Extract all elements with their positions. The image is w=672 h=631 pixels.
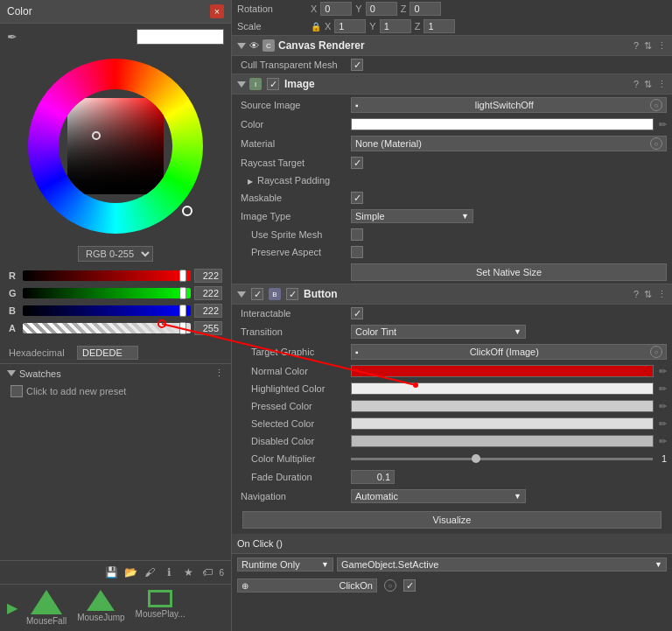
load-icon[interactable]: 📂: [122, 564, 138, 580]
disabled-color-swatch[interactable]: [351, 435, 654, 447]
normal-color-edit-icon[interactable]: ✏: [659, 366, 667, 377]
close-button[interactable]: ×: [210, 4, 224, 18]
use-sprite-mesh-label: Use Sprite Mesh: [237, 229, 351, 240]
highlighted-color-value: ✏: [351, 382, 667, 395]
maskable-checkbox[interactable]: [351, 192, 363, 204]
color-multiplier-value: 1: [351, 453, 667, 464]
button-question-icon[interactable]: ?: [634, 289, 639, 299]
preserve-aspect-checkbox[interactable]: [351, 246, 363, 258]
a-value[interactable]: [194, 321, 222, 335]
method-dropdown[interactable]: GameObject.SetActive ▼: [337, 557, 667, 571]
canvas-renderer-toggle[interactable]: [237, 43, 246, 49]
transition-dropdown[interactable]: Color Tint ▼: [351, 325, 526, 339]
r-slider[interactable]: [23, 270, 191, 281]
normal-color-swatch[interactable]: [351, 365, 654, 377]
visualize-button[interactable]: Visualize: [242, 511, 662, 529]
selected-color-edit-icon[interactable]: ✏: [659, 418, 667, 430]
save-icon[interactable]: 💾: [103, 564, 119, 580]
disabled-color-edit-icon[interactable]: ✏: [659, 436, 667, 447]
color-multiplier-slider[interactable]: [351, 458, 653, 460]
bottom-toolbar: 💾 📂 🖌 ℹ ★ 🏷 6: [0, 560, 231, 584]
image-question-icon[interactable]: ?: [634, 79, 639, 89]
on-click-object-field[interactable]: ⊕ ClickOn: [237, 578, 377, 592]
add-preset-row[interactable]: Click to add new preset: [7, 382, 224, 400]
raycast-target-checkbox[interactable]: [351, 157, 363, 169]
color-square[interactable]: [67, 98, 164, 194]
scale-z[interactable]: [424, 19, 455, 33]
scale-y[interactable]: [380, 19, 411, 33]
b-slider[interactable]: [23, 305, 191, 316]
on-click-checkbox[interactable]: [403, 579, 416, 592]
canvas-settings-icon[interactable]: ⇅: [644, 40, 652, 52]
on-click-object-circle[interactable]: ○: [384, 579, 396, 592]
lock-icon[interactable]: 🔒: [311, 22, 321, 32]
image-enabled-checkbox[interactable]: [267, 78, 279, 90]
fade-duration-input[interactable]: [351, 470, 395, 484]
rotation-y[interactable]: [366, 2, 397, 16]
info-icon[interactable]: ℹ: [161, 564, 177, 580]
a-slider[interactable]: [23, 323, 191, 333]
scale-x-label: X: [325, 21, 331, 32]
button-icon: B: [269, 288, 281, 300]
source-image-field[interactable]: ▪ lightSwitchOff ○: [351, 97, 667, 113]
scale-x[interactable]: [334, 19, 366, 33]
sliders-section: R G B: [0, 265, 231, 342]
navigation-text: Automatic: [355, 491, 398, 501]
material-circle[interactable]: ○: [650, 137, 662, 150]
eyedropper-icon[interactable]: ✒: [7, 30, 18, 44]
g-slider[interactable]: [23, 288, 191, 298]
target-graphic-field[interactable]: ▪ ClickOff (Image) ○: [351, 344, 667, 360]
rotation-x[interactable]: [320, 2, 352, 16]
color-wheel[interactable]: [28, 59, 203, 234]
g-value[interactable]: [194, 286, 222, 300]
pressed-color-swatch[interactable]: [351, 400, 654, 412]
star-icon[interactable]: ★: [180, 564, 196, 580]
canvas-menu-icon[interactable]: ⋮: [657, 40, 667, 52]
interactable-checkbox[interactable]: [351, 307, 363, 319]
button-title: Button: [304, 288, 338, 300]
eye-icon[interactable]: 👁: [249, 40, 259, 51]
tag-icon[interactable]: 🏷: [200, 564, 215, 580]
image-type-dropdown[interactable]: Simple ▼: [351, 209, 473, 223]
b-value[interactable]: [194, 304, 222, 318]
image-color-edit-icon[interactable]: ✏: [659, 119, 667, 130]
material-field[interactable]: None (Material) ○: [351, 136, 667, 151]
image-type-value: Simple ▼: [351, 209, 667, 223]
a-slider-thumb: [179, 322, 186, 334]
swatches-toggle-icon[interactable]: [7, 370, 16, 376]
set-native-size-button[interactable]: Set Native Size: [351, 263, 667, 281]
pressed-color-edit-icon[interactable]: ✏: [659, 401, 667, 412]
button-enabled-checkbox[interactable]: [251, 288, 263, 300]
highlighted-color-edit-icon[interactable]: ✏: [659, 383, 667, 395]
rgb-mode-select[interactable]: RGB 0-255: [78, 246, 153, 262]
button-checkbox2[interactable]: [286, 288, 298, 300]
color-wheel-container[interactable]: [0, 50, 231, 242]
color-preview[interactable]: [136, 29, 224, 45]
navigation-dropdown[interactable]: Automatic ▼: [351, 489, 526, 503]
highlighted-color-swatch[interactable]: [351, 382, 654, 395]
button-settings-icon[interactable]: ⇅: [644, 289, 652, 300]
canvas-question-icon[interactable]: ?: [634, 40, 639, 51]
rotation-z[interactable]: [410, 2, 441, 16]
image-settings-icon[interactable]: ⇅: [644, 79, 652, 90]
color-wheel-inner: [59, 89, 172, 203]
hex-input[interactable]: [77, 346, 138, 360]
play-button[interactable]: ▶: [7, 599, 18, 616]
use-sprite-mesh-checkbox[interactable]: [351, 228, 363, 241]
r-value[interactable]: [194, 269, 222, 283]
image-menu-icon[interactable]: ⋮: [657, 79, 667, 90]
mousejump-icon: [87, 590, 115, 611]
swatches-menu-icon[interactable]: ⋮: [214, 368, 224, 379]
runtime-only-dropdown[interactable]: Runtime Only ▼: [237, 557, 333, 571]
scale-xyz: X Y Z: [325, 19, 455, 33]
pressed-color-label: Pressed Color: [237, 401, 351, 411]
target-graphic-circle[interactable]: ○: [650, 346, 662, 358]
button-menu-icon[interactable]: ⋮: [657, 289, 667, 300]
image-color-swatch[interactable]: [351, 118, 654, 130]
image-toggle[interactable]: [237, 81, 246, 88]
cull-checkbox[interactable]: [351, 59, 363, 71]
selected-color-swatch[interactable]: [351, 417, 654, 430]
brush-icon[interactable]: 🖌: [142, 564, 158, 580]
source-image-circle[interactable]: ○: [650, 99, 662, 111]
button-toggle[interactable]: [237, 291, 246, 298]
